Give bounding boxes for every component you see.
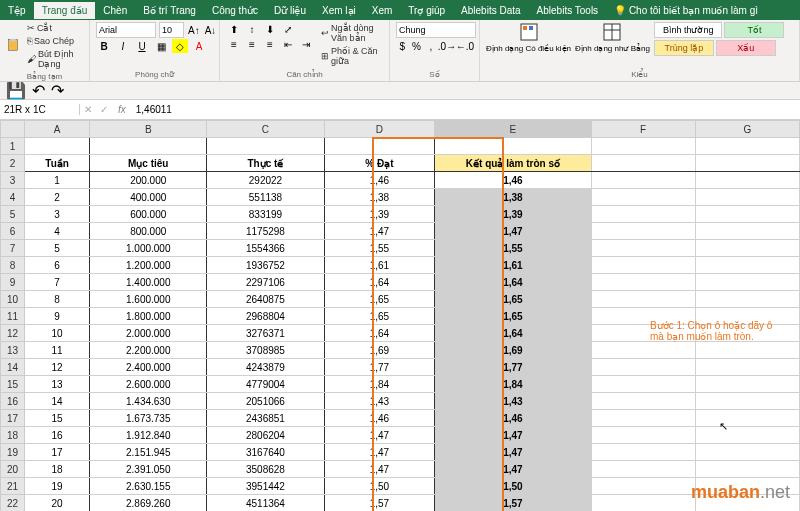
- row-header[interactable]: 8: [1, 257, 25, 274]
- cell[interactable]: 1,55: [435, 240, 591, 257]
- cell[interactable]: 1,84: [435, 376, 591, 393]
- cell[interactable]: 1,77: [435, 359, 591, 376]
- spreadsheet-grid[interactable]: A B C D E F G 12TuầnMục tiêuThực tế% Đạt…: [0, 120, 800, 511]
- row-header[interactable]: 10: [1, 291, 25, 308]
- cell[interactable]: 1,46: [324, 410, 435, 427]
- cell[interactable]: [695, 291, 799, 308]
- cell[interactable]: [591, 274, 695, 291]
- cancel-icon[interactable]: ✕: [80, 104, 96, 115]
- cell[interactable]: 1,50: [435, 478, 591, 495]
- cell[interactable]: 8: [25, 291, 90, 308]
- cell[interactable]: [591, 342, 695, 359]
- cell[interactable]: [591, 444, 695, 461]
- cell[interactable]: [25, 138, 90, 155]
- row-header[interactable]: 1: [1, 138, 25, 155]
- cell[interactable]: 1,64: [324, 274, 435, 291]
- redo-icon[interactable]: ↷: [51, 81, 64, 100]
- name-box[interactable]: 21R x 1C: [0, 104, 80, 115]
- row-header[interactable]: 15: [1, 376, 25, 393]
- cell[interactable]: 7: [25, 274, 90, 291]
- cell[interactable]: 1,38: [324, 189, 435, 206]
- col-header-C[interactable]: C: [207, 121, 324, 138]
- align-left-icon[interactable]: ≡: [226, 37, 242, 51]
- cell[interactable]: 1.000.000: [90, 240, 207, 257]
- tab-file[interactable]: Tệp: [0, 2, 34, 19]
- cell[interactable]: 1,64: [324, 325, 435, 342]
- cell[interactable]: 1,84: [324, 376, 435, 393]
- tab-review[interactable]: Xem lại: [314, 2, 364, 19]
- row-header[interactable]: 21: [1, 478, 25, 495]
- tab-view[interactable]: Xem: [364, 2, 401, 19]
- cell[interactable]: 1.800.000: [90, 308, 207, 325]
- cell[interactable]: 200.000: [90, 172, 207, 189]
- cell[interactable]: [695, 461, 799, 478]
- cell[interactable]: 1,65: [435, 291, 591, 308]
- comma-icon[interactable]: ,: [425, 39, 437, 53]
- cell[interactable]: 2.630.155: [90, 478, 207, 495]
- cell[interactable]: Mục tiêu: [90, 155, 207, 172]
- indent-dec-icon[interactable]: ⇤: [280, 37, 296, 51]
- copy-button[interactable]: ⎘Sao Chép: [24, 35, 83, 47]
- cell[interactable]: 1,39: [435, 206, 591, 223]
- cell[interactable]: 1554366: [207, 240, 324, 257]
- cell[interactable]: 5: [25, 240, 90, 257]
- cell[interactable]: 13: [25, 376, 90, 393]
- align-bottom-icon[interactable]: ⬇: [262, 22, 278, 36]
- cell[interactable]: 292022: [207, 172, 324, 189]
- cell[interactable]: 2968804: [207, 308, 324, 325]
- border-button[interactable]: ▦: [153, 39, 169, 53]
- cell[interactable]: [591, 410, 695, 427]
- cell[interactable]: [591, 138, 695, 155]
- cell[interactable]: 4779004: [207, 376, 324, 393]
- cell[interactable]: 1,47: [435, 461, 591, 478]
- cell[interactable]: [591, 223, 695, 240]
- fill-color-button[interactable]: ◇: [172, 39, 188, 53]
- select-all-corner[interactable]: [1, 121, 25, 138]
- cell[interactable]: 1,64: [435, 325, 591, 342]
- cell[interactable]: 4243879: [207, 359, 324, 376]
- row-header[interactable]: 14: [1, 359, 25, 376]
- cell[interactable]: [207, 138, 324, 155]
- cell[interactable]: 3276371: [207, 325, 324, 342]
- cell[interactable]: 2.600.000: [90, 376, 207, 393]
- cell[interactable]: 3167640: [207, 444, 324, 461]
- cell[interactable]: 2.200.000: [90, 342, 207, 359]
- tab-ablebits-tools[interactable]: Ablebits Tools: [529, 2, 607, 19]
- cell[interactable]: 833199: [207, 206, 324, 223]
- col-header-A[interactable]: A: [25, 121, 90, 138]
- cell[interactable]: 9: [25, 308, 90, 325]
- tab-insert[interactable]: Chèn: [95, 2, 135, 19]
- style-normal[interactable]: Bình thường: [654, 22, 723, 38]
- cell[interactable]: [591, 189, 695, 206]
- tab-formulas[interactable]: Công thức: [204, 2, 266, 19]
- cell[interactable]: % Đạt: [324, 155, 435, 172]
- cell[interactable]: 2051066: [207, 393, 324, 410]
- number-format-select[interactable]: [396, 22, 476, 38]
- style-good[interactable]: Tốt: [724, 22, 784, 38]
- cell[interactable]: 3: [25, 206, 90, 223]
- cell[interactable]: 2.400.000: [90, 359, 207, 376]
- col-header-E[interactable]: E: [435, 121, 591, 138]
- cell[interactable]: 1.200.000: [90, 257, 207, 274]
- cell[interactable]: 1,55: [324, 240, 435, 257]
- increase-font-icon[interactable]: A↑: [187, 23, 201, 37]
- cell[interactable]: [695, 274, 799, 291]
- cell[interactable]: [591, 461, 695, 478]
- tab-data[interactable]: Dữ liệu: [266, 2, 314, 19]
- cell[interactable]: [695, 138, 799, 155]
- cell[interactable]: [695, 359, 799, 376]
- align-top-icon[interactable]: ⬆: [226, 22, 242, 36]
- cell[interactable]: 1,43: [324, 393, 435, 410]
- cell[interactable]: 800.000: [90, 223, 207, 240]
- font-color-button[interactable]: A: [191, 39, 207, 53]
- col-header-F[interactable]: F: [591, 121, 695, 138]
- fx-icon[interactable]: fx: [112, 104, 132, 115]
- indent-inc-icon[interactable]: ⇥: [298, 37, 314, 51]
- cell[interactable]: [591, 359, 695, 376]
- cell[interactable]: 1,61: [435, 257, 591, 274]
- cell[interactable]: [591, 172, 695, 189]
- cell[interactable]: 1,65: [324, 291, 435, 308]
- align-right-icon[interactable]: ≡: [262, 37, 278, 51]
- style-bad[interactable]: Xấu: [716, 40, 776, 56]
- cell[interactable]: [324, 138, 435, 155]
